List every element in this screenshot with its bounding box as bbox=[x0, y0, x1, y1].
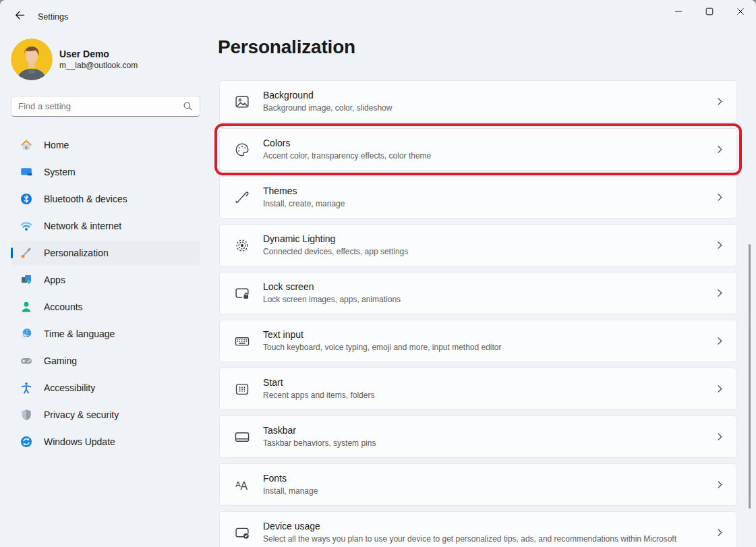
card-subtitle: Install, create, manage bbox=[263, 199, 706, 209]
card-text: Lock screenLock screen images, apps, ani… bbox=[263, 281, 716, 305]
chevron-right-icon bbox=[716, 289, 724, 297]
chevron-right-icon bbox=[716, 241, 724, 250]
sidebar-item-accessibility[interactable]: Accessibility bbox=[11, 376, 200, 400]
minimize-icon bbox=[674, 6, 682, 18]
colors-icon bbox=[233, 141, 251, 159]
sidebar-item-bluetooth-devices[interactable]: Bluetooth & devices bbox=[11, 187, 200, 211]
card-background[interactable]: BackgroundBackground image, color, slide… bbox=[219, 80, 737, 123]
user-profile[interactable]: User Demo m__lab@outlook.com bbox=[11, 38, 138, 80]
privacy-security-icon bbox=[20, 408, 33, 422]
back-arrow-icon bbox=[14, 9, 26, 23]
sidebar-item-label: Home bbox=[44, 140, 69, 150]
card-title: Dynamic Lighting bbox=[263, 233, 706, 245]
card-title: Lock screen bbox=[263, 281, 706, 293]
chevron-right-icon bbox=[716, 480, 724, 489]
chevron-right-icon bbox=[716, 145, 724, 154]
selected-accent-bar bbox=[11, 248, 13, 258]
card-text: ColorsAccent color, transparency effects… bbox=[263, 138, 716, 161]
maximize-icon bbox=[705, 6, 714, 18]
sidebar-item-gaming[interactable]: Gaming bbox=[11, 349, 200, 373]
search-input[interactable] bbox=[18, 101, 183, 111]
home-icon bbox=[20, 138, 33, 152]
sidebar-item-label: Accessibility bbox=[44, 382, 95, 393]
chevron-right-icon bbox=[716, 97, 724, 106]
card-text: Dynamic LightingConnected devices, effec… bbox=[263, 233, 716, 257]
card-device-usage[interactable]: Device usageSelect all the ways you plan… bbox=[219, 511, 737, 547]
time-language-icon bbox=[20, 327, 33, 341]
card-title: Start bbox=[263, 377, 706, 388]
scrollbar[interactable] bbox=[749, 244, 751, 509]
sidebar-item-home[interactable]: Home bbox=[11, 133, 200, 157]
card-taskbar[interactable]: TaskbarTaskbar behaviors, system pins bbox=[219, 415, 737, 458]
sidebar-item-label: System bbox=[44, 167, 76, 177]
personalization-icon bbox=[20, 246, 33, 260]
card-subtitle: Select all the ways you plan to use your… bbox=[263, 534, 706, 544]
sidebar-item-label: Gaming bbox=[44, 355, 77, 366]
card-title: Fonts bbox=[263, 473, 706, 484]
user-text: User Demo m__lab@outlook.com bbox=[59, 49, 138, 71]
maximize-button[interactable] bbox=[694, 0, 725, 24]
chevron-right-icon bbox=[716, 384, 724, 393]
card-text: ThemesInstall, create, manage bbox=[263, 185, 716, 209]
card-themes[interactable]: ThemesInstall, create, manage bbox=[219, 176, 737, 219]
sidebar-item-accounts[interactable]: Accounts bbox=[11, 295, 200, 319]
card-subtitle: Touch keyboard, voice typing, emoji and … bbox=[263, 343, 706, 353]
card-subtitle: Lock screen images, apps, animations bbox=[263, 295, 706, 305]
start-icon bbox=[233, 380, 251, 398]
dynamic-lighting-icon bbox=[233, 237, 251, 254]
bluetooth-icon bbox=[20, 192, 33, 206]
sidebar-item-system[interactable]: System bbox=[11, 160, 200, 184]
search-icon bbox=[183, 101, 193, 111]
card-subtitle: Connected devices, effects, app settings bbox=[263, 247, 706, 257]
chevron-right-icon bbox=[716, 193, 724, 202]
card-subtitle: Accent color, transparency effects, colo… bbox=[263, 151, 706, 161]
titlebar: Settings bbox=[0, 0, 756, 32]
card-colors[interactable]: ColorsAccent color, transparency effects… bbox=[219, 128, 737, 171]
card-title: Themes bbox=[263, 185, 706, 197]
sidebar-item-network-internet[interactable]: Network & internet bbox=[11, 214, 200, 238]
card-title: Colors bbox=[263, 138, 706, 149]
card-fonts[interactable]: AAFontsInstall, manage bbox=[219, 463, 737, 506]
card-dynamic-lighting[interactable]: Dynamic LightingConnected devices, effec… bbox=[219, 224, 737, 266]
sidebar-item-label: Network & internet bbox=[44, 221, 121, 231]
sidebar-item-time-language[interactable]: Time & language bbox=[11, 322, 200, 346]
chevron-right-icon bbox=[716, 528, 724, 537]
sidebar-item-personalization[interactable]: Personalization bbox=[11, 241, 200, 265]
window-controls bbox=[663, 0, 756, 24]
apps-icon bbox=[20, 273, 33, 287]
card-title: Device usage bbox=[263, 521, 706, 532]
card-text: Device usageSelect all the ways you plan… bbox=[263, 521, 716, 544]
device-usage-icon bbox=[233, 524, 251, 542]
card-title: Text input bbox=[263, 329, 706, 341]
back-button[interactable] bbox=[8, 5, 31, 27]
chevron-right-icon bbox=[716, 432, 724, 441]
card-subtitle: Background image, color, slideshow bbox=[263, 103, 706, 113]
page-title: Personalization bbox=[218, 36, 355, 58]
sidebar-item-windows-update[interactable]: Windows Update bbox=[11, 430, 200, 454]
sidebar-item-apps[interactable]: Apps bbox=[11, 268, 200, 292]
text-input-icon bbox=[233, 333, 251, 350]
sidebar-item-label: Apps bbox=[44, 275, 65, 285]
card-text: StartRecent apps and items, folders bbox=[263, 377, 716, 401]
background-icon bbox=[233, 93, 251, 111]
taskbar-icon bbox=[233, 428, 251, 446]
sidebar-item-label: Bluetooth & devices bbox=[44, 194, 127, 204]
sidebar-item-privacy-security[interactable]: Privacy & security bbox=[11, 403, 200, 427]
close-icon bbox=[736, 6, 745, 18]
themes-icon bbox=[233, 189, 251, 206]
fonts-icon: AA bbox=[233, 476, 251, 494]
card-start[interactable]: StartRecent apps and items, folders bbox=[219, 368, 737, 410]
sidebar-item-label: Time & language bbox=[44, 328, 115, 339]
close-button[interactable] bbox=[725, 0, 756, 24]
card-text-input[interactable]: Text inputTouch keyboard, voice typing, … bbox=[219, 320, 737, 362]
minimize-button[interactable] bbox=[663, 0, 694, 24]
gaming-icon bbox=[20, 354, 33, 368]
svg-text:A: A bbox=[240, 480, 248, 492]
network-icon bbox=[20, 219, 33, 233]
sidebar-item-label: Windows Update bbox=[44, 436, 115, 447]
accounts-icon bbox=[20, 300, 33, 314]
card-lock-screen[interactable]: Lock screenLock screen images, apps, ani… bbox=[219, 272, 737, 314]
settings-window: Settings bbox=[0, 0, 756, 547]
accessibility-icon bbox=[20, 381, 33, 395]
card-subtitle: Install, manage bbox=[263, 486, 706, 496]
